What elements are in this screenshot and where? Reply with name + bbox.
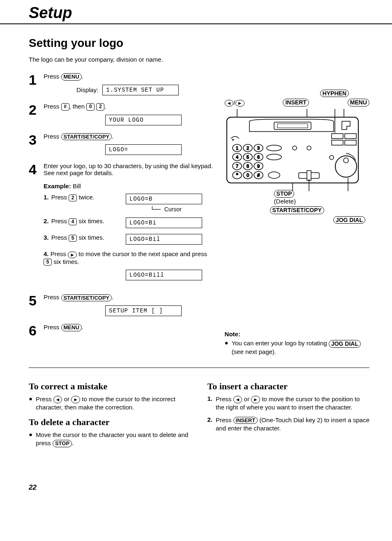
bottom-right: To insert a character 1. Press ◄ or ► to…: [208, 376, 370, 451]
start-set-copy-key: START/SET/COPY: [61, 294, 112, 302]
svg-rect-10: [332, 140, 343, 145]
svg-point-36: [267, 145, 281, 151]
two-key: 2: [96, 103, 104, 111]
step-5-number: 5: [29, 294, 44, 307]
five-key: 5: [69, 235, 77, 242]
step-3-number: 3: [29, 133, 44, 147]
two-key: 2: [69, 194, 77, 202]
svg-text:1: 1: [236, 146, 238, 150]
ex1-b: twice.: [78, 194, 94, 201]
svg-rect-11: [345, 140, 356, 145]
start-set-copy-label: START/SET/COPY: [270, 206, 324, 214]
ex3-a: Press: [51, 234, 69, 241]
menu-key: MENU: [61, 73, 82, 81]
step-1-number: 1: [29, 73, 44, 87]
right-arrow-icon: ►: [235, 100, 244, 106]
svg-rect-5: [274, 122, 311, 129]
ex4-b: to move the cursor to the next space and…: [78, 250, 207, 257]
bullet-icon: ●: [29, 431, 32, 448]
bottom-columns: To correct a mistake ● Press ◄ or ► to m…: [29, 376, 369, 451]
svg-text:0: 0: [247, 173, 249, 178]
ex2-a: Press: [51, 217, 69, 224]
step-6-text-b: .: [82, 324, 83, 331]
ex2-num: 2.: [44, 217, 49, 224]
hash-key: #: [61, 103, 69, 111]
svg-point-39: [293, 146, 297, 150]
svg-text:9: 9: [257, 164, 260, 169]
step-1-text-b: .: [82, 73, 83, 80]
step-3-text-a: Press: [44, 133, 61, 140]
device-diagram: HYPHEN ◄/► INSERT MENU: [225, 89, 369, 224]
delete-bullet: ● Move the cursor to the character you w…: [29, 431, 191, 448]
hyphen-key-label: HYPHEN: [320, 90, 349, 97]
display-5: SETUP ITEM [ ]: [105, 305, 182, 316]
slash: /: [233, 99, 235, 106]
delete-title: To delete a character: [29, 417, 191, 428]
jog-dial-key: JOG DIAL: [329, 340, 361, 348]
left-arrow-key: ◄: [53, 396, 62, 403]
example-label-b: Bill: [73, 183, 81, 190]
display-label: Display:: [76, 86, 98, 93]
main-columns: 1 Press MENU. Display: 1.SYSTEM SET UP 2…: [29, 73, 369, 359]
section-title: Setting your logo: [29, 37, 369, 50]
svg-point-40: [307, 146, 311, 150]
display-3: LOGO=: [105, 144, 182, 155]
step-6-number: 6: [29, 324, 44, 338]
four-key: 4: [69, 218, 77, 226]
svg-text:3: 3: [257, 146, 260, 150]
display-ex2: LOGO=Bi: [126, 217, 202, 228]
correct-a: Press: [36, 395, 53, 402]
cursor-label: Cursor: [150, 206, 213, 213]
jog-dial-label: JOG DIAL: [333, 216, 365, 224]
right-arrow-key: ►: [251, 396, 260, 403]
insert-title: To insert a character: [208, 381, 370, 392]
display-ex1: LOGO=B: [126, 194, 202, 204]
svg-point-38: [268, 172, 280, 178]
step-4-text: Enter your logo, up to 30 characters, by…: [44, 162, 213, 176]
step-1: 1 Press MENU. Display: 1.SYSTEM SET UP: [29, 73, 213, 95]
right-arrow-key: ►: [68, 252, 77, 258]
step-3-text-b: .: [112, 133, 113, 140]
svg-rect-8: [332, 134, 343, 139]
svg-text:7: 7: [236, 164, 238, 169]
svg-text:#: #: [257, 173, 260, 178]
title-rule: [0, 23, 392, 24]
insert-1-a: Press: [216, 395, 233, 402]
step-5: 5 Press START/SET/COPY. SETUP ITEM [ ]: [29, 294, 213, 316]
example-label-a: Example:: [44, 183, 71, 190]
ex3-b: six times.: [78, 234, 104, 241]
note-text-a: You can enter your logo by rotating: [232, 340, 329, 347]
stop-sublabel: (Delete): [274, 198, 296, 205]
example-row-2: 2. Press 4 six times. LOGO=Bi: [44, 217, 213, 228]
five-key: 5: [44, 259, 52, 266]
right-arrow-key: ►: [71, 396, 80, 403]
zero-key: 0: [86, 103, 95, 111]
svg-point-45: [344, 158, 348, 163]
display-ex4: LOGO=Bill: [126, 270, 202, 280]
ex4-a: Press: [51, 250, 68, 257]
stop-key-label: STOP: [274, 190, 295, 198]
step-2: 2 Press #, then 0 2. YOUR LOGO: [29, 103, 213, 125]
svg-text:8: 8: [247, 164, 249, 169]
example-row-3: 3. Press 5 six times. LOGO=Bil: [44, 234, 213, 245]
svg-text:2: 2: [247, 146, 249, 150]
insert-item-1: 1. Press ◄ or ► to move the cursor to th…: [208, 395, 370, 412]
insert-item-2: 2. Press INSERT (One-Touch Dial key 2) t…: [208, 416, 370, 433]
note-bullet: ● You can enter your logo by rotating JO…: [225, 339, 369, 356]
step-4-number: 4: [29, 162, 44, 176]
left-arrow-key: ◄: [233, 396, 242, 403]
insert-1-num: 1.: [208, 395, 213, 412]
step-1-text-a: Press: [44, 73, 61, 80]
step-2-text-c: .: [104, 103, 106, 110]
step-2-text-a: Press: [44, 103, 61, 110]
display-2: YOUR LOGO: [105, 115, 182, 125]
insert-2-num: 2.: [208, 416, 213, 433]
insert-2-a: Press: [216, 416, 233, 423]
bullet-icon: ●: [225, 339, 228, 356]
display-1: 1.SYSTEM SET UP: [102, 85, 179, 95]
ex1-a: Press: [51, 194, 69, 201]
step-2-number: 2: [29, 103, 44, 117]
step-2-text-b: , then: [69, 103, 87, 110]
note-text-b: (see next page).: [232, 348, 276, 355]
ex4-c: six times.: [53, 258, 79, 265]
